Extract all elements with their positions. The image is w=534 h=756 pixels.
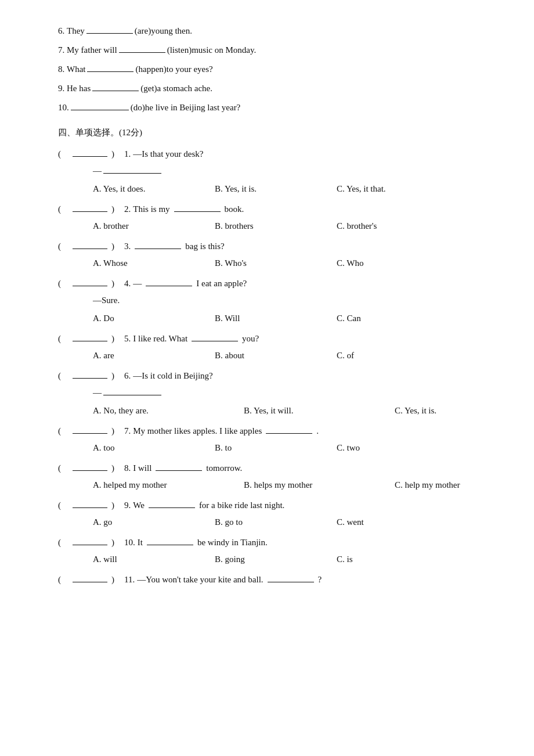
mc-q7-inline-blank[interactable] — [266, 424, 312, 434]
mc-q4-line: ( ) 4. — I eat an apple? — [58, 276, 488, 291]
q9-before: He has — [67, 81, 91, 96]
mc-q11-paren-open: ( — [58, 572, 68, 588]
mc-q4: ( ) 4. — I eat an apple? —Sure. A. Do B.… — [58, 276, 488, 326]
mc-q5-optA: A. are — [93, 348, 215, 363]
q9-num: 9. — [58, 81, 64, 96]
mc-q10-line: ( ) 10. It be windy in Tianjin. — [58, 535, 488, 550]
mc-q10-after: be windy in Tianjin. — [197, 535, 268, 550]
mc-q3-answer-blank[interactable] — [73, 240, 107, 249]
mc-q10-paren-open: ( — [58, 535, 68, 550]
q7-after: music on Monday. — [192, 42, 256, 58]
mc-q7-paren-open: ( — [58, 423, 68, 439]
q10-blank[interactable] — [71, 101, 129, 110]
mc-q2: ( ) 2. This is my book. A. brother B. br… — [58, 201, 488, 234]
mc-q9-answers: A. go B. go to C. went — [93, 514, 488, 530]
mc-q4-paren-open: ( — [58, 276, 68, 291]
mc-q5-answer-blank[interactable] — [73, 332, 107, 341]
mc-q2-paren-open: ( — [58, 201, 68, 217]
mc-q9-answer-blank[interactable] — [73, 499, 107, 508]
mc-q6-text: —Is it cold in Beijing? — [133, 368, 212, 384]
mc-q3-paren-close: ) — [111, 239, 122, 254]
q6-before: They — [67, 23, 85, 39]
mc-q6-subline: — — [93, 385, 488, 401]
mc-q4-inline-blank[interactable] — [146, 277, 192, 286]
mc-q9-after: for a bike ride last night. — [199, 498, 284, 513]
mc-q1-paren-close: ) — [111, 146, 122, 162]
q9-hint: (get) — [140, 81, 157, 96]
q7-blank[interactable] — [119, 44, 165, 53]
mc-q5-answers: A. are B. about C. of — [93, 348, 488, 363]
mc-q11-text: —You won't take your kite and ball. — [137, 572, 263, 588]
mc-q2-text: This is my — [133, 201, 169, 217]
mc-q4-optA: A. Do — [93, 311, 215, 326]
mc-q3-optB: B. Who's — [215, 255, 337, 271]
mc-q6-answer-blank[interactable] — [73, 369, 107, 379]
mc-q9-inline-blank[interactable] — [149, 499, 195, 508]
mc-q3-optC: C. Who — [337, 255, 459, 271]
mc-q3-inline-blank[interactable] — [135, 240, 181, 249]
mc-q7-num: 7. — [124, 423, 131, 439]
q6-num: 6. — [58, 23, 64, 39]
fill-q6: 6. They (are) young then. — [58, 23, 488, 39]
mc-q6: ( ) 6. —Is it cold in Beijing? — A. No, … — [58, 368, 488, 419]
mc-q7-optB: B. to — [215, 440, 337, 456]
q10-num: 10. — [58, 100, 69, 116]
q8-blank[interactable] — [87, 63, 134, 72]
q6-hint: (are) — [135, 23, 151, 39]
mc-q10-answer-blank[interactable] — [73, 536, 107, 545]
mc-q5-paren-open: ( — [58, 331, 68, 347]
mc-q10-inline-blank[interactable] — [147, 536, 193, 545]
mc-q8-text: I will — [133, 460, 151, 476]
mc-q2-after: book. — [225, 201, 244, 217]
mc-q11-line: ( ) 11. —You won't take your kite and ba… — [58, 572, 488, 588]
mc-q2-optB: B. brothers — [215, 218, 337, 234]
mc-q3: ( ) 3. bag is this? A. Whose B. Who's C.… — [58, 239, 488, 271]
mc-q10-optC: C. is — [337, 552, 459, 567]
q9-blank[interactable] — [92, 82, 139, 91]
mc-q1-sub-blank[interactable] — [103, 164, 161, 174]
mc-q7-answer-blank[interactable] — [73, 424, 107, 434]
mc-q1-answers: A. Yes, it does. B. Yes, it is. C. Yes, … — [93, 181, 488, 197]
q10-after: he live in Beijing last year? — [145, 100, 241, 116]
mc-q10-optA: A. will — [93, 552, 215, 567]
mc-q2-optA: A. brother — [93, 218, 215, 234]
mc-q9-paren-close: ) — [111, 498, 122, 513]
mc-q5: ( ) 5. I like red. What you? A. are B. a… — [58, 331, 488, 363]
mc-q1-answer-blank[interactable] — [73, 147, 107, 157]
mc-q8-answer-blank[interactable] — [73, 462, 107, 471]
mc-q8-line: ( ) 8. I will tomorrow. — [58, 460, 488, 476]
mc-q9-paren-open: ( — [58, 498, 68, 513]
q10-hint: (do) — [131, 100, 145, 116]
mc-q8: ( ) 8. I will tomorrow. A. helped my mot… — [58, 460, 488, 493]
mc-q3-num: 3. — [124, 239, 131, 254]
mc-q5-inline-blank[interactable] — [192, 332, 238, 341]
mc-q8-answers: A. helped my mother B. helps my mother C… — [93, 477, 488, 493]
mc-q2-inline-blank[interactable] — [174, 203, 221, 212]
mc-q8-paren-close: ) — [111, 460, 122, 476]
mc-q2-answer-blank[interactable] — [73, 203, 107, 212]
mc-q7-answers: A. too B. to C. two — [93, 440, 488, 456]
mc-q1-optB: B. Yes, it is. — [215, 181, 337, 197]
mc-q4-answer-blank[interactable] — [73, 277, 107, 286]
mc-q1-optC: C. Yes, it that. — [337, 181, 459, 197]
mc-q4-subtext: —Sure. — [93, 293, 120, 308]
mc-q1-subline: — — [93, 163, 488, 179]
mc-q1-optA: A. Yes, it does. — [93, 181, 215, 197]
mc-q4-dash: — — [133, 276, 142, 291]
mc-q11-inline-blank[interactable] — [268, 573, 314, 582]
mc-q3-answers: A. Whose B. Who's C. Who — [93, 255, 488, 271]
mc-q5-after: you? — [242, 331, 259, 347]
mc-q8-optC: C. help my mother — [395, 477, 534, 493]
q6-blank[interactable] — [86, 24, 133, 34]
mc-q3-paren-open: ( — [58, 239, 68, 254]
mc-q1-num: 1. — [124, 146, 131, 162]
mc-q6-subtext: — — [93, 385, 102, 401]
mc-q6-sub-blank[interactable] — [103, 386, 161, 395]
mc-q11-answer-blank[interactable] — [73, 573, 107, 582]
mc-q7-optA: A. too — [93, 440, 215, 456]
mc-q4-paren-close: ) — [111, 276, 122, 291]
mc-q1-text: —Is that your desk? — [133, 146, 203, 162]
mc-q8-inline-blank[interactable] — [156, 462, 202, 471]
q9-after: a stomach ache. — [157, 81, 212, 96]
mc-q5-optC: C. of — [337, 348, 459, 363]
